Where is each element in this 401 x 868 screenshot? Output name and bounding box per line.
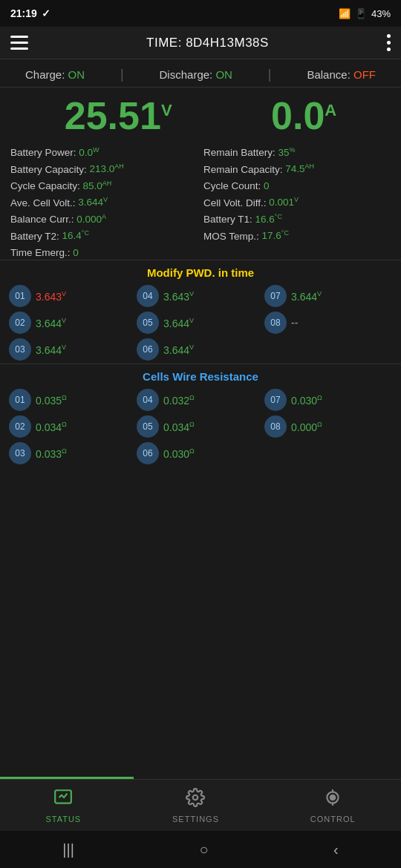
balance-value: OFF — [353, 68, 376, 81]
cell-val-4: 0.034Ω — [163, 421, 195, 433]
stat-left-1: Battery Capacity: 213.0AH — [7, 161, 200, 177]
cell-badge-2: 07 — [264, 389, 287, 411]
charge-value: ON — [68, 68, 85, 81]
balance-status: Balance: OFF — [307, 68, 376, 81]
status-nav-label: STATUS — [45, 815, 81, 823]
stats-grid: Battery Power: 0.0WRemain Battery: 35%Ba… — [0, 141, 401, 246]
cell-badge-5: 08 — [264, 312, 287, 334]
charge-row: Charge: ON | Discharge: ON | Balance: OF… — [0, 59, 401, 88]
modify-cell-grid: 01 3.643V 04 3.643V 07 3.644V 02 3.644V … — [0, 282, 401, 364]
status-time: 21:19 ✓ — [10, 7, 50, 19]
bottom-nav: STATUS SETTINGS CONTROL — [0, 779, 401, 831]
stat-right-4: Battery T1: 16.6°C — [200, 211, 394, 226]
cell-item-1: 04 0.032Ω — [137, 389, 264, 411]
cell-val-2: 0.030Ω — [291, 394, 322, 407]
time-emerg-label: Time Emerg.: — [10, 247, 71, 258]
current-display: 0.0A — [271, 93, 336, 138]
cell-item-3: 02 0.034Ω — [9, 415, 137, 438]
cell-badge-0: 01 — [9, 389, 31, 411]
cell-item-8 — [264, 442, 392, 464]
stat-left-4: Balance Curr.: 0.000A — [7, 211, 200, 226]
top-title: TIME: 8D4H13M38S — [146, 36, 269, 50]
cell-item-5: 08 0.000Ω — [264, 415, 392, 438]
stat-left-2: Cycle Capacity: 85.0AH — [7, 177, 200, 193]
stat-right-3: Cell Volt. Diff.: 0.001V — [200, 194, 394, 210]
stat-left-5: Battery T2: 16.4°C — [7, 228, 200, 243]
stat-left-3: Ave. Cell Volt.: 3.644V — [7, 194, 200, 210]
time-emerg-value: 0 — [73, 247, 79, 258]
separator2: | — [268, 67, 272, 82]
cell-badge-2: 07 — [264, 285, 287, 307]
overflow-menu[interactable] — [387, 34, 391, 51]
hamburger-line2 — [10, 42, 28, 44]
nav-item-settings[interactable]: SETTINGS — [157, 783, 234, 828]
status-right: 📶 📱 43% — [339, 8, 391, 19]
hamburger-menu[interactable] — [10, 36, 28, 50]
current-unit: A — [325, 101, 336, 119]
cell-val-5: -- — [291, 317, 298, 329]
cell-badge-0: 01 — [9, 285, 31, 307]
stat-right-1: Remain Capacity: 74.5AH — [200, 161, 394, 177]
cell-item-7: 06 3.644V — [137, 338, 264, 361]
check-icon: ✓ — [42, 7, 50, 19]
stat-left-0: Battery Power: 0.0W — [7, 144, 200, 160]
voltage-display: 25.51V — [65, 93, 172, 138]
time-text: 21:19 — [10, 7, 37, 19]
cell-val-3: 3.644V — [36, 317, 66, 329]
nav-back-icon[interactable]: ‹ — [333, 841, 339, 858]
cell-val-0: 3.643V — [36, 290, 66, 303]
cell-item-1: 04 3.643V — [137, 285, 264, 307]
cell-item-7: 06 0.030Ω — [137, 442, 264, 464]
nav-item-status[interactable]: STATUS — [30, 783, 96, 828]
cell-item-2: 07 3.644V — [264, 285, 392, 307]
cell-item-6: 03 3.644V — [9, 338, 137, 361]
cell-badge-7: 06 — [137, 442, 159, 464]
voltage-value: 25.51 — [65, 94, 161, 137]
cell-val-2: 3.644V — [291, 290, 322, 303]
signal-icon: 📱 — [355, 8, 367, 19]
settings-icon — [186, 788, 205, 812]
cell-item-5: 08 -- — [264, 312, 392, 334]
top-bar: TIME: 8D4H13M38S — [0, 27, 401, 59]
modify-section-title: Modify PWD. in time — [0, 260, 401, 282]
cell-badge-6: 03 — [9, 338, 31, 361]
cell-badge-1: 04 — [137, 389, 159, 411]
svg-point-1 — [193, 795, 198, 800]
cell-badge-6: 03 — [9, 442, 31, 464]
discharge-status: Discharge: ON — [160, 68, 232, 81]
cell-val-1: 0.032Ω — [163, 394, 195, 407]
cell-badge-3: 02 — [9, 312, 31, 334]
cell-item-4: 05 3.644V — [137, 312, 264, 334]
hamburger-line3 — [10, 47, 28, 50]
control-nav-label: CONTROL — [310, 815, 356, 823]
control-icon — [323, 788, 342, 812]
nav-item-control[interactable]: CONTROL — [296, 783, 371, 828]
cell-item-2: 07 0.030Ω — [264, 389, 392, 411]
cell-item-3: 02 3.644V — [9, 312, 137, 334]
stat-right-5: MOS Temp.: 17.6°C — [200, 228, 394, 243]
cell-item-6: 03 0.033Ω — [9, 442, 137, 464]
time-emerg-row: Time Emerg.: 0 — [0, 246, 401, 260]
status-bar: 21:19 ✓ 📶 📱 43% — [0, 0, 401, 27]
cell-badge-4: 05 — [137, 312, 159, 334]
settings-nav-label: SETTINGS — [172, 815, 219, 823]
cell-val-0: 0.035Ω — [36, 394, 67, 407]
stat-right-0: Remain Battery: 35% — [200, 144, 394, 160]
current-value: 0.0 — [271, 94, 325, 137]
cell-item-8 — [264, 338, 392, 361]
main-values: 25.51V 0.0A — [0, 88, 401, 141]
nav-lines-icon[interactable]: ||| — [62, 841, 74, 858]
cell-badge-7: 06 — [137, 338, 159, 361]
charge-status: Charge: ON — [25, 68, 85, 81]
cell-val-6: 0.033Ω — [36, 447, 67, 460]
cell-val-3: 0.034Ω — [36, 421, 67, 433]
system-nav: ||| ○ ‹ — [0, 831, 401, 868]
cell-val-7: 0.030Ω — [163, 447, 195, 460]
cell-val-5: 0.000Ω — [291, 421, 322, 433]
cell-badge-3: 02 — [9, 415, 31, 438]
wifi-icon: 📶 — [339, 8, 351, 19]
hamburger-line1 — [10, 36, 28, 38]
nav-home-icon[interactable]: ○ — [199, 841, 208, 858]
voltage-unit: V — [161, 101, 172, 119]
cell-val-7: 3.644V — [163, 343, 194, 356]
